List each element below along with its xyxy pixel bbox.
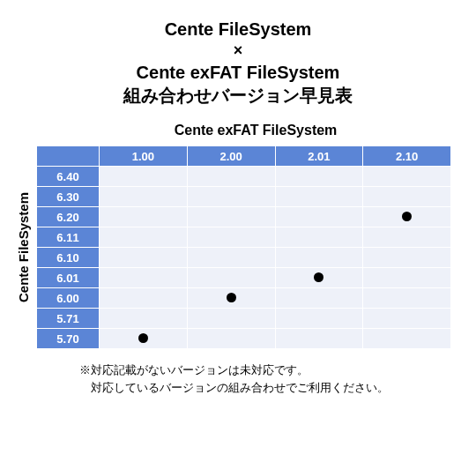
matrix-cell (188, 187, 275, 206)
matrix-cell (188, 268, 275, 287)
table-row: 5.70 (37, 329, 450, 348)
title-line-3: 組み合わせバージョン早見表 (0, 84, 476, 107)
matrix-body: 6.406.306.206.116.106.016.005.715.70 (37, 167, 450, 348)
row-header: 6.00 (37, 288, 99, 308)
col-header: 2.01 (276, 146, 363, 166)
matrix-cell (363, 288, 450, 308)
matrix-cell (276, 248, 363, 267)
matrix-cell (276, 207, 363, 227)
matrix-cell (100, 227, 187, 247)
dot-icon (314, 272, 324, 282)
table-row: 5.71 (37, 309, 450, 328)
row-header: 5.70 (37, 329, 99, 348)
matrix-cell (188, 167, 275, 186)
matrix-corner (37, 146, 99, 166)
row-axis-label: Cente FileSystem (11, 192, 36, 302)
row-header: 6.30 (37, 187, 99, 206)
matrix-cell (363, 207, 450, 227)
title-line-2: Cente exFAT FileSystem (0, 61, 476, 84)
matrix-cell (276, 167, 363, 186)
matrix-cell (276, 268, 363, 287)
matrix-cell (276, 329, 363, 348)
table-row: 6.40 (37, 167, 450, 186)
matrix-cell (363, 329, 450, 348)
matrix-cell (276, 187, 363, 206)
row-header: 6.40 (37, 167, 99, 186)
table-row: 6.30 (37, 187, 450, 206)
column-axis-label: Cente exFAT FileSystem (0, 123, 476, 138)
matrix-cell (100, 207, 187, 227)
matrix-cell (363, 248, 450, 267)
matrix-cell (363, 309, 450, 328)
col-header: 2.10 (363, 146, 450, 166)
matrix-cell (100, 187, 187, 206)
matrix-cell (100, 309, 187, 328)
title-block: Cente FileSystem × Cente exFAT FileSyste… (0, 0, 476, 107)
row-header: 6.20 (37, 207, 99, 227)
matrix-cell (276, 288, 363, 308)
footnote-line-1: ※対応記載がないバージョンは未対応です。 (79, 361, 451, 379)
matrix-cell (363, 268, 450, 287)
table-row: 6.00 (37, 288, 450, 308)
matrix-cell (363, 187, 450, 206)
matrix-cell (188, 207, 275, 227)
matrix-cell (100, 329, 187, 348)
dot-icon (402, 212, 412, 221)
matrix-cell (188, 329, 275, 348)
matrix-cell (100, 167, 187, 186)
row-header: 6.11 (37, 227, 99, 247)
col-header: 1.00 (100, 146, 187, 166)
matrix-cell (276, 309, 363, 328)
dot-icon (138, 333, 148, 343)
matrix-cell (363, 167, 450, 186)
matrix-cell (188, 227, 275, 247)
matrix-header: 1.002.002.012.10 (37, 146, 450, 166)
matrix-cell (363, 227, 450, 247)
matrix-cell (276, 227, 363, 247)
matrix-cell (188, 288, 275, 308)
col-header: 2.00 (188, 146, 275, 166)
matrix-cell (188, 248, 275, 267)
table-row: 6.01 (37, 268, 450, 287)
chart-layout: Cente FileSystem 1.002.002.012.10 6.406.… (0, 145, 476, 349)
table-row: 6.20 (37, 207, 450, 227)
dot-icon (227, 293, 236, 302)
row-header: 6.10 (37, 248, 99, 267)
matrix-cell (100, 248, 187, 267)
matrix-cell (188, 309, 275, 328)
matrix-cell (100, 268, 187, 287)
matrix-cell (100, 288, 187, 308)
row-header: 5.71 (37, 309, 99, 328)
title-cross: × (0, 41, 476, 61)
title-line-1: Cente FileSystem (0, 18, 476, 41)
table-row: 6.11 (37, 227, 450, 247)
footnote: ※対応記載がないバージョンは未対応です。 対応しているバージョンの組み合わせでご… (0, 349, 476, 396)
row-header: 6.01 (37, 268, 99, 287)
compat-matrix: 1.002.002.012.10 6.406.306.206.116.106.0… (36, 145, 451, 349)
table-row: 6.10 (37, 248, 450, 267)
footnote-line-2: 対応しているバージョンの組み合わせでご利用ください。 (79, 379, 451, 397)
